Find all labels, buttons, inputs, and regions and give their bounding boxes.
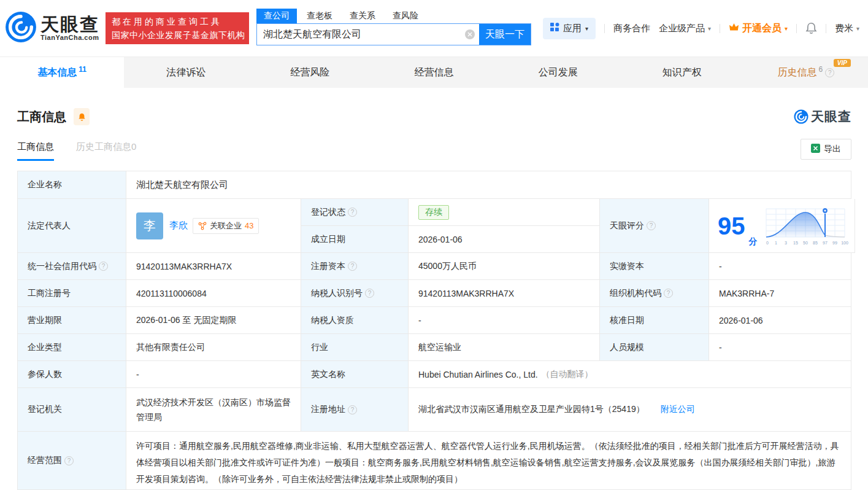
nearby-companies-link[interactable]: 附近公司 (661, 404, 695, 415)
tab-company-development[interactable]: 公司发展 (496, 57, 620, 88)
clear-search-icon[interactable] (461, 24, 479, 45)
industry-value: 航空运输业 (409, 334, 600, 361)
company-name-value: 湖北楚天航空有限公司 (126, 171, 851, 199)
export-label: 导出 (824, 144, 841, 155)
status-badge: 存续 (418, 205, 449, 220)
company-tabbar: 基本信息 11 法律诉讼 经营风险 经营信息 公司发展 知识产权 VIP 历史信… (0, 56, 868, 88)
user-account-menu[interactable]: 费米 ▾ (835, 23, 859, 34)
address-value: 湖北省武汉市汉南区通用航空及卫星产业园特1号（25419） 附近公司 (409, 388, 851, 432)
legal-rep-name-link[interactable]: 李欣 (169, 220, 188, 231)
insured-label: 参保人数 (18, 361, 126, 388)
open-vip-label: 开通会员 (742, 22, 782, 35)
reg-status-value: 存续 (409, 199, 600, 226)
est-date-label: 成立日期 (301, 226, 409, 253)
business-info-table: 企业名称 湖北楚天航空有限公司 法定代表人 李 李欣 关联企业 43 登记状态?… (17, 171, 851, 490)
company-type-label: 企业类型 (18, 334, 126, 361)
search-input[interactable] (257, 24, 461, 45)
english-name-value: Hubei Chutian Airlines Co., Ltd. （自动翻译） (409, 361, 851, 388)
top-header: 天眼查 TianYanCha.com 都在用的商业查询工具 国家中小企业发展子基… (0, 0, 868, 56)
credit-code-value: 91420113MAK3RRHA7X (126, 253, 301, 280)
approval-date-label: 核准日期 (600, 307, 709, 334)
legal-rep-label: 法定代表人 (18, 199, 126, 253)
industry-label: 行业 (301, 334, 409, 361)
related-companies-badge[interactable]: 关联企业 43 (193, 218, 259, 234)
subtab-history-business-info[interactable]: 历史工商信息0 (76, 141, 136, 161)
org-code-label: 组织机构代码? (600, 280, 709, 307)
chevron-down-icon: ▾ (708, 25, 711, 32)
enterprise-product-menu[interactable]: 企业级产品 ▾ (659, 23, 711, 34)
svg-text:50: 50 (803, 241, 808, 245)
search-tabs: 查公司 查老板 查关系 查风险 (256, 9, 531, 23)
search-tab-risk[interactable]: 查风险 (385, 9, 426, 23)
help-icon[interactable]: ? (348, 262, 357, 271)
score-distribution-chart: 0 1 3 15 50 85 97 99 100 (765, 205, 850, 247)
tianyancha-logo[interactable]: 天眼查 TianYanCha.com (5, 11, 99, 45)
help-icon[interactable]: ? (348, 208, 357, 217)
credit-code-label: 统一社会信用代码? (18, 253, 126, 280)
auto-translate-note: （自动翻译） (542, 369, 593, 380)
slogan-banner: 都在用的商业查询工具 国家中小企业发展子基金旗下机构 (106, 12, 249, 44)
tab-operating-risk[interactable]: 经营风险 (248, 57, 372, 88)
network-icon (198, 222, 207, 230)
business-coop-link[interactable]: 商务合作 (613, 23, 650, 34)
company-name-label: 企业名称 (18, 171, 126, 199)
reg-capital-label: 注册资本? (301, 253, 409, 280)
staff-size-value: - (709, 334, 851, 361)
related-companies-label: 关联企业 (210, 220, 242, 231)
svg-text:99: 99 (832, 241, 837, 245)
help-icon[interactable]: ? (348, 405, 357, 414)
tab-intellectual-property[interactable]: 知识产权 (620, 57, 744, 88)
vip-badge: VIP (834, 59, 851, 67)
tab-basic-info[interactable]: 基本信息 11 (0, 57, 124, 88)
related-companies-count: 43 (245, 221, 253, 230)
slogan-line2: 国家中小企业发展子基金旗下机构 (112, 28, 243, 42)
svg-text:1: 1 (775, 241, 777, 245)
open-vip-menu[interactable]: 开通会员 ▾ (729, 22, 788, 35)
tianyancha-logo-icon (5, 11, 37, 45)
legal-rep-cell: 李 李欣 关联企业 43 (126, 199, 301, 253)
address-label: 注册地址? (301, 388, 409, 432)
tab-basic-count: 11 (79, 65, 86, 74)
search-area: 查公司 查老板 查关系 查风险 天眼一下 (256, 0, 531, 45)
subtab-business-info[interactable]: 工商信息 (17, 141, 54, 161)
tab-operating-info[interactable]: 经营信息 (372, 57, 496, 88)
brand-domain: TianYanCha.com (40, 34, 99, 41)
divider (796, 24, 797, 33)
biz-term-value: 2026-01-06 至 无固定期限 (126, 307, 301, 334)
subscribe-bell-icon[interactable] (74, 108, 90, 125)
apps-grid-icon (550, 23, 559, 34)
paid-capital-value: - (709, 253, 851, 280)
enterprise-product-label: 企业级产品 (659, 23, 705, 34)
biz-term-label: 营业期限 (18, 307, 126, 334)
notification-bell[interactable] (805, 22, 817, 34)
export-button[interactable]: 导出 (801, 139, 851, 160)
divider (604, 24, 605, 33)
help-icon[interactable]: ? (825, 68, 834, 77)
chevron-down-icon: ▾ (856, 25, 859, 32)
help-icon[interactable]: ? (365, 289, 374, 298)
search-button[interactable]: 天眼一下 (479, 24, 531, 45)
help-icon[interactable]: ? (99, 262, 108, 271)
chevron-down-icon: ▾ (785, 25, 788, 32)
search-tab-relation[interactable]: 查关系 (342, 9, 383, 23)
legal-rep-avatar[interactable]: 李 (136, 212, 163, 239)
excel-icon (811, 144, 820, 155)
tab-legal[interactable]: 法律诉讼 (124, 57, 248, 88)
tab-history-info[interactable]: VIP 历史信息 6 ? (744, 57, 868, 88)
search-tab-company[interactable]: 查公司 (256, 9, 297, 23)
paid-capital-label: 实缴资本 (600, 253, 709, 280)
help-icon[interactable]: ? (64, 456, 74, 465)
divider (826, 24, 826, 33)
tab-ip-label: 知识产权 (663, 66, 702, 79)
help-icon[interactable]: ? (664, 289, 673, 298)
english-name-label: 英文名称 (301, 361, 409, 388)
apps-menu[interactable]: 应用 ▾ (543, 18, 596, 39)
watermark-brand-text: 天眼查 (811, 108, 851, 125)
approval-date-value: 2026-01-06 (709, 307, 851, 334)
search-tab-boss[interactable]: 查老板 (299, 9, 340, 23)
svg-text:85: 85 (813, 241, 818, 245)
help-icon[interactable]: ? (647, 221, 656, 230)
crown-icon (729, 23, 739, 34)
tab-history-label: 历史信息 (778, 66, 817, 79)
score-cell: 95 分 (709, 199, 855, 253)
